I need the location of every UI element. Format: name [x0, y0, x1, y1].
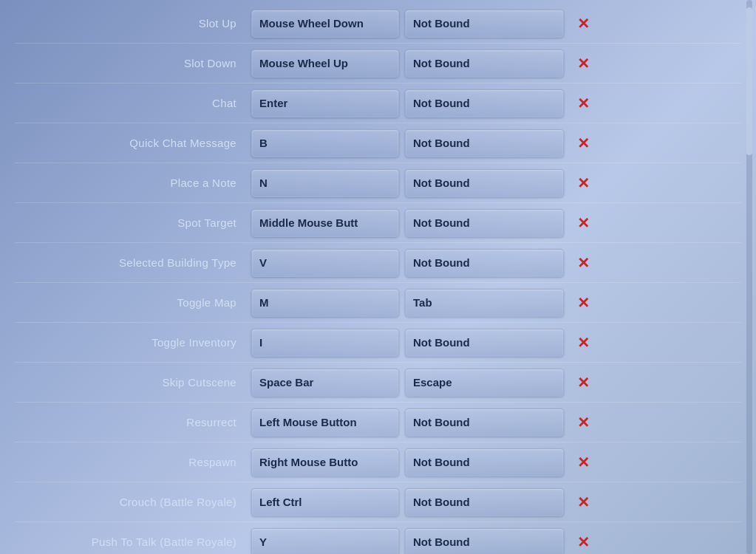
- x-icon: ✕: [577, 454, 590, 471]
- clear-binding-button[interactable]: ✕: [570, 10, 596, 37]
- clear-binding-button[interactable]: ✕: [570, 90, 596, 117]
- clear-binding-button[interactable]: ✕: [570, 369, 596, 396]
- primary-binding-button[interactable]: Enter: [251, 89, 399, 117]
- table-row: Toggle Inventory I Not Bound ✕: [15, 323, 741, 363]
- action-label: Spot Target: [15, 216, 251, 229]
- primary-binding-button[interactable]: Space Bar: [251, 369, 399, 397]
- x-icon: ✕: [577, 15, 590, 33]
- secondary-binding-button[interactable]: Not Bound: [405, 169, 564, 197]
- secondary-binding-button[interactable]: Not Bound: [405, 249, 564, 277]
- clear-binding-button[interactable]: ✕: [570, 210, 596, 236]
- clear-binding-button[interactable]: ✕: [570, 170, 596, 196]
- action-label: Selected Building Type: [15, 256, 251, 269]
- action-label: Resurrect: [15, 416, 251, 428]
- x-icon: ✕: [577, 533, 590, 551]
- action-label: Slot Up: [15, 17, 251, 30]
- x-icon: ✕: [577, 214, 590, 232]
- clear-binding-button[interactable]: ✕: [570, 449, 596, 476]
- table-row: Place a Note N Not Bound ✕: [15, 163, 741, 203]
- secondary-binding-button[interactable]: Not Bound: [405, 488, 564, 516]
- primary-binding-button[interactable]: Middle Mouse Butt: [251, 209, 399, 237]
- x-icon: ✕: [577, 55, 590, 72]
- primary-binding-button[interactable]: Mouse Wheel Up: [251, 49, 399, 78]
- x-icon: ✕: [577, 374, 590, 391]
- table-row: Chat Enter Not Bound ✕: [15, 83, 741, 123]
- x-icon: ✕: [577, 294, 590, 312]
- clear-binding-button[interactable]: ✕: [570, 409, 596, 436]
- primary-binding-button[interactable]: Y: [251, 528, 399, 555]
- clear-binding-button[interactable]: ✕: [570, 529, 596, 555]
- secondary-binding-button[interactable]: Tab: [405, 289, 564, 317]
- x-icon: ✕: [577, 174, 590, 192]
- secondary-binding-button[interactable]: Not Bound: [405, 209, 564, 237]
- primary-binding-button[interactable]: B: [251, 129, 399, 157]
- action-label: Place a Note: [15, 177, 251, 189]
- action-label: Skip Cutscene: [15, 376, 251, 389]
- primary-binding-button[interactable]: Mouse Wheel Down: [251, 10, 399, 38]
- primary-binding-button[interactable]: I: [251, 329, 399, 357]
- x-icon: ✕: [577, 414, 590, 431]
- table-row: Slot Down Mouse Wheel Up Not Bound ✕: [15, 44, 741, 83]
- action-label: Chat: [15, 97, 251, 109]
- secondary-binding-button[interactable]: Not Bound: [405, 89, 564, 117]
- x-icon: ✕: [577, 95, 590, 112]
- table-row: Resurrect Left Mouse Button Not Bound ✕: [15, 403, 741, 442]
- table-row: Slot Up Mouse Wheel Down Not Bound ✕: [15, 4, 741, 44]
- secondary-binding-button[interactable]: Not Bound: [405, 448, 564, 476]
- primary-binding-button[interactable]: Left Ctrl: [251, 488, 399, 516]
- table-row: Selected Building Type V Not Bound ✕: [15, 243, 741, 283]
- primary-binding-button[interactable]: V: [251, 249, 399, 277]
- clear-binding-button[interactable]: ✕: [570, 329, 596, 356]
- secondary-binding-button[interactable]: Not Bound: [405, 129, 564, 157]
- table-row: Quick Chat Message B Not Bound ✕: [15, 123, 741, 163]
- x-icon: ✕: [577, 334, 590, 352]
- table-row: Respawn Right Mouse Butto Not Bound ✕: [15, 442, 741, 482]
- primary-binding-button[interactable]: Right Mouse Butto: [251, 448, 399, 476]
- secondary-binding-button[interactable]: Not Bound: [405, 528, 564, 555]
- table-row: Crouch (Battle Royale) Left Ctrl Not Bou…: [15, 482, 741, 522]
- action-label: Crouch (Battle Royale): [15, 496, 251, 508]
- table-row: Toggle Map M Tab ✕: [15, 283, 741, 323]
- scroll-track: [746, 0, 752, 554]
- action-label: Toggle Map: [15, 296, 251, 309]
- scroll-thumb[interactable]: [746, 7, 752, 155]
- secondary-binding-button[interactable]: Not Bound: [405, 10, 564, 38]
- primary-binding-button[interactable]: M: [251, 289, 399, 317]
- table-row: Push To Talk (Battle Royale) Y Not Bound…: [15, 522, 741, 554]
- secondary-binding-button[interactable]: Not Bound: [405, 49, 564, 78]
- x-icon: ✕: [577, 134, 590, 152]
- clear-binding-button[interactable]: ✕: [570, 250, 596, 276]
- secondary-binding-button[interactable]: Escape: [405, 369, 564, 397]
- x-icon: ✕: [577, 493, 590, 511]
- secondary-binding-button[interactable]: Not Bound: [405, 329, 564, 357]
- action-label: Slot Down: [15, 57, 251, 69]
- keybind-list: Slot Up Mouse Wheel Down Not Bound ✕ Slo…: [15, 0, 741, 554]
- table-row: Spot Target Middle Mouse Butt Not Bound …: [15, 203, 741, 243]
- action-label: Push To Talk (Battle Royale): [15, 536, 251, 548]
- clear-binding-button[interactable]: ✕: [570, 290, 596, 316]
- x-icon: ✕: [577, 254, 590, 272]
- action-label: Respawn: [15, 456, 251, 468]
- clear-binding-button[interactable]: ✕: [570, 130, 596, 157]
- keybind-container: Slot Up Mouse Wheel Down Not Bound ✕ Slo…: [0, 0, 756, 554]
- primary-binding-button[interactable]: Left Mouse Button: [251, 408, 399, 437]
- table-row: Skip Cutscene Space Bar Escape ✕: [15, 363, 741, 403]
- action-label: Toggle Inventory: [15, 336, 251, 349]
- clear-binding-button[interactable]: ✕: [570, 50, 596, 77]
- clear-binding-button[interactable]: ✕: [570, 489, 596, 516]
- primary-binding-button[interactable]: N: [251, 169, 399, 197]
- action-label: Quick Chat Message: [15, 137, 251, 149]
- secondary-binding-button[interactable]: Not Bound: [405, 408, 564, 437]
